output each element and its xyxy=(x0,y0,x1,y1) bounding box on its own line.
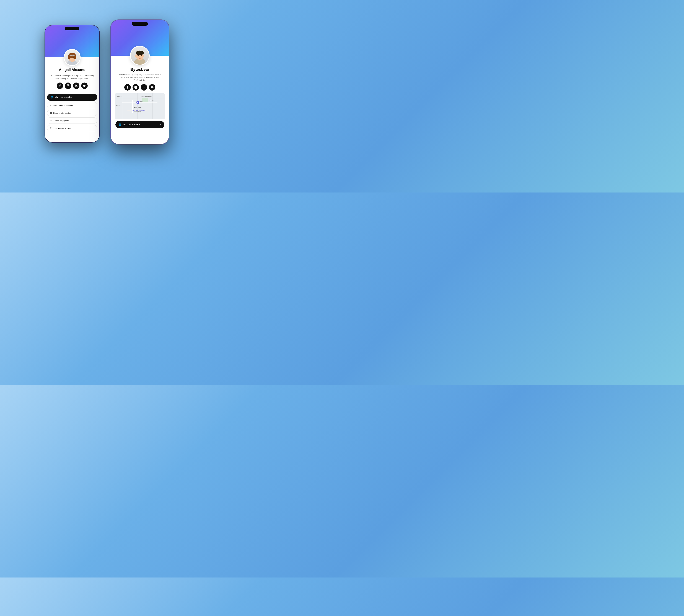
map-label-north-bergen: North Bergen xyxy=(145,95,152,97)
front-instagram-icon[interactable] xyxy=(133,84,139,91)
svg-point-27 xyxy=(137,102,138,103)
front-linkedin-icon[interactable] xyxy=(141,84,147,91)
svg-point-9 xyxy=(70,58,71,59)
phone-back: Abigail Alexand I'm a software developer… xyxy=(45,25,100,142)
svg-point-22 xyxy=(141,55,142,56)
back-instagram-icon[interactable] xyxy=(65,83,71,89)
avatar-back xyxy=(64,49,81,66)
download-icon: ⬇ xyxy=(50,104,52,106)
map-label-brooklyn: BROOKLYN xyxy=(134,111,140,112)
front-profile-name: Bytesbear xyxy=(115,67,165,72)
download-template-button[interactable]: ⬇ Download this template xyxy=(47,102,97,108)
back-social-icons xyxy=(48,83,96,89)
back-twitter-icon[interactable] xyxy=(81,83,88,89)
svg-point-8 xyxy=(72,54,74,56)
globe-icon-back: 🌐 xyxy=(51,96,53,98)
visit-website-button-front[interactable]: 🌐 Visit our website ↗ xyxy=(115,121,164,128)
svg-rect-12 xyxy=(67,85,69,87)
svg-point-11 xyxy=(72,59,72,59)
svg-point-14 xyxy=(75,85,75,85)
chat-icon: 💬 xyxy=(50,127,52,129)
map-pin xyxy=(136,101,139,105)
svg-point-10 xyxy=(73,58,74,59)
avatar-front xyxy=(130,46,150,65)
quote-button[interactable]: 💬 Get a quote from us xyxy=(47,125,97,131)
back-profile-bio: I'm a software developer with a passion … xyxy=(48,74,96,80)
svg-point-21 xyxy=(138,55,139,56)
svg-point-20 xyxy=(143,55,144,57)
svg-point-19 xyxy=(135,55,137,57)
back-linkedin-icon[interactable] xyxy=(73,83,79,89)
phones-container: Abigail Alexand I'm a software developer… xyxy=(45,20,169,173)
map-city-label: New York xyxy=(134,106,141,108)
svg-point-25 xyxy=(143,86,143,87)
back-facebook-icon[interactable] xyxy=(56,83,63,89)
blog-posts-button[interactable]: 📖 Latest blog posts xyxy=(47,117,97,124)
globe-icon-front: 🌐 xyxy=(119,123,121,126)
front-facebook-icon[interactable] xyxy=(124,84,131,91)
back-profile-name: Abigail Alexand xyxy=(48,68,96,73)
see-templates-button[interactable]: ▦ See more templates xyxy=(47,110,97,116)
grid-icon: ▦ xyxy=(50,112,52,114)
arrow-icon: ↗ xyxy=(159,123,161,126)
see-location-label[interactable]: See Our Location xyxy=(133,109,145,111)
visit-website-button-back[interactable]: 🌐 Visit our website xyxy=(47,94,97,101)
notch-front xyxy=(132,22,148,26)
front-social-icons xyxy=(115,84,165,91)
front-youtube-icon[interactable] xyxy=(149,84,155,91)
map-label-bellville: Bellville xyxy=(117,95,121,97)
map-label-newark: Newark xyxy=(116,105,120,106)
map-area: Central Park MANHATTAN North Bergen Bell… xyxy=(115,93,165,119)
notch-back xyxy=(65,27,79,30)
book-icon: 📖 xyxy=(50,119,52,122)
back-menu-items: 🌐 Visit our website ⬇ Download this temp… xyxy=(45,94,99,131)
svg-point-7 xyxy=(70,54,72,56)
map-label-katoria: KATORIA xyxy=(149,100,154,101)
phone-front: Bytesbear Bytesbear is a digital agency … xyxy=(110,20,169,145)
front-profile-bio: Bytesbear is a digital agency company an… xyxy=(118,73,161,82)
